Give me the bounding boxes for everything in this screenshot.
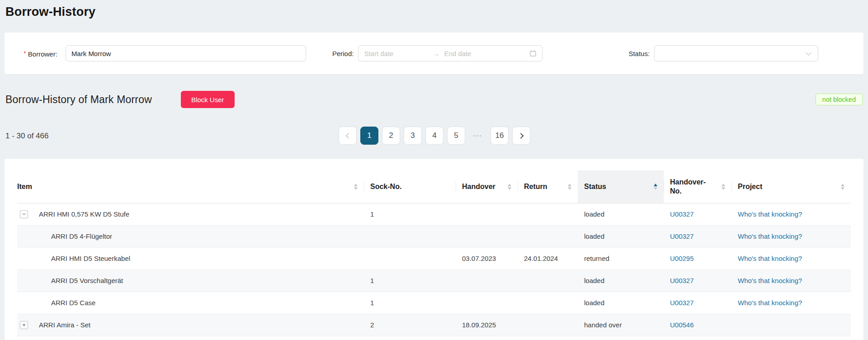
column-header-handover-no[interactable]: Handover-No. (664, 170, 731, 203)
page-button-3[interactable]: 3 (404, 127, 422, 145)
item-name: ARRI D5 Vorschaltgerät (51, 277, 123, 284)
expand-row-icon[interactable]: + (20, 321, 28, 329)
status-select[interactable] (654, 45, 818, 61)
project-link[interactable]: Who's that knocking? (738, 277, 802, 284)
pagination-ellipsis[interactable]: ••• (469, 127, 487, 145)
chevron-left-icon (345, 133, 351, 139)
chevron-down-icon (806, 50, 811, 56)
sock-no-cell (364, 225, 456, 247)
borrow-history-table: Item Sock-No. Handover Return Status Han… (17, 170, 851, 336)
page-button-4[interactable]: 4 (425, 127, 443, 145)
item-name: ARRI HMI 0,575 KW D5 Stufe (39, 210, 129, 218)
sock-no-cell (364, 247, 456, 269)
sock-no-cell: 2 (364, 314, 456, 336)
handover-date-cell (456, 203, 518, 225)
status-cell: handed over (578, 314, 664, 336)
table-row: ARRI HMI D5 Steuerkabel 03.07.2023 24.01… (17, 247, 851, 269)
handover-no-link[interactable]: U00546 (670, 321, 694, 329)
status-cell: returned (578, 247, 664, 269)
status-filter: Status: (628, 45, 818, 61)
sort-icon (354, 184, 358, 190)
project-link[interactable]: Who's that knocking? (738, 232, 802, 240)
table-row: −ARRI HMI 0,575 KW D5 Stufe 1 loaded U00… (17, 203, 851, 225)
column-header-item[interactable]: Item (17, 170, 364, 203)
pagination: 1 2 3 4 5 ••• 16 (339, 127, 530, 145)
section-heading: Borrow-History of Mark Morrow (5, 94, 152, 106)
start-date-input[interactable] (364, 50, 432, 57)
column-header-status[interactable]: Status (578, 170, 664, 203)
handover-no-link[interactable]: U00327 (670, 277, 694, 284)
page-button-5[interactable]: 5 (447, 127, 465, 145)
handover-no-link[interactable]: U00295 (670, 255, 694, 262)
table-row: ARRI D5 Case 1 loaded U00327 Who's that … (17, 292, 851, 314)
sort-ascending-icon (654, 184, 657, 190)
handover-no-link[interactable]: U00327 (670, 299, 694, 307)
handover-date-cell: 18.09.2025 (456, 314, 518, 336)
item-name: ARRI D5 Case (51, 299, 95, 307)
handover-date-cell (456, 225, 518, 247)
status-cell: loaded (578, 225, 664, 247)
status-cell: loaded (578, 269, 664, 292)
column-header-handover[interactable]: Handover (456, 170, 518, 203)
return-date-cell (518, 292, 578, 314)
table-row: ARRI D5 4-Flügeltor loaded U00327 Who's … (17, 225, 851, 247)
pagination-row: 1 - 30 of 466 1 2 3 4 5 ••• 16 (5, 127, 863, 146)
collapse-row-icon[interactable]: − (20, 210, 28, 218)
calendar-icon (529, 50, 537, 57)
column-header-sock-no: Sock-No. (364, 170, 456, 203)
sock-no-cell: 1 (364, 292, 456, 314)
end-date-input[interactable] (444, 50, 512, 57)
sort-icon (508, 184, 511, 190)
required-asterisk: * (24, 49, 26, 57)
item-name: ARRI HMI D5 Steuerkabel (51, 255, 130, 262)
table-header-row: Item Sock-No. Handover Return Status Han… (17, 170, 851, 203)
return-date-cell (518, 314, 578, 336)
chevron-right-icon (518, 133, 524, 139)
sort-icon (841, 184, 844, 190)
period-label: Period: (332, 50, 354, 57)
borrow-history-table-card: Item Sock-No. Handover Return Status Han… (5, 159, 863, 340)
page-button-1[interactable]: 1 (360, 127, 378, 145)
sort-icon (722, 184, 725, 190)
return-date-cell (518, 203, 578, 225)
section-header: Borrow-History of Mark Morrow Block User… (5, 90, 863, 109)
range-arrow-icon: → (433, 50, 439, 57)
status-cell: loaded (578, 292, 664, 314)
page-title: Borrow-History (0, 0, 868, 19)
column-header-return[interactable]: Return (518, 170, 578, 203)
handover-date-cell: 03.07.2023 (456, 247, 518, 269)
page-button-2[interactable]: 2 (382, 127, 400, 145)
page-button-16[interactable]: 16 (491, 127, 509, 145)
handover-no-link[interactable]: U00327 (670, 210, 694, 218)
project-link[interactable]: Who's that knocking? (738, 255, 802, 262)
project-link[interactable]: Who's that knocking? (738, 210, 802, 218)
results-range-summary: 1 - 30 of 466 (5, 132, 48, 141)
handover-date-cell (456, 292, 518, 314)
borrower-filter: *Borrower: (24, 45, 306, 61)
table-row: ARRI D5 Vorschaltgerät 1 loaded U00327 W… (17, 269, 851, 292)
return-date-cell (518, 269, 578, 292)
handover-date-cell (456, 269, 518, 292)
next-page-button[interactable] (512, 127, 530, 145)
handover-no-link[interactable]: U00327 (670, 232, 694, 240)
status-label: Status: (628, 50, 650, 57)
sort-icon (568, 184, 571, 190)
prev-page-button[interactable] (339, 127, 357, 145)
sock-no-cell: 1 (364, 203, 456, 225)
borrower-input[interactable] (66, 45, 306, 61)
column-header-project[interactable]: Project (731, 170, 851, 203)
sock-no-cell: 1 (364, 269, 456, 292)
block-status-badge: not blocked (816, 94, 863, 105)
return-date-cell: 24.01.2024 (518, 247, 578, 269)
filter-bar: *Borrower: Period: → Status: (5, 33, 863, 74)
item-name: ARRI Amira - Set (39, 321, 90, 329)
period-range-picker[interactable]: → (358, 45, 542, 61)
table-row: +ARRI Amira - Set 2 18.09.2025 handed ov… (17, 314, 851, 336)
status-cell: loaded (578, 203, 664, 225)
return-date-cell (518, 225, 578, 247)
period-filter: Period: → (332, 45, 543, 61)
project-link[interactable]: Who's that knocking? (738, 299, 802, 307)
item-name: ARRI D5 4-Flügeltor (51, 232, 112, 240)
block-user-button[interactable]: Block User (181, 91, 235, 108)
borrower-label: *Borrower: (24, 49, 57, 58)
